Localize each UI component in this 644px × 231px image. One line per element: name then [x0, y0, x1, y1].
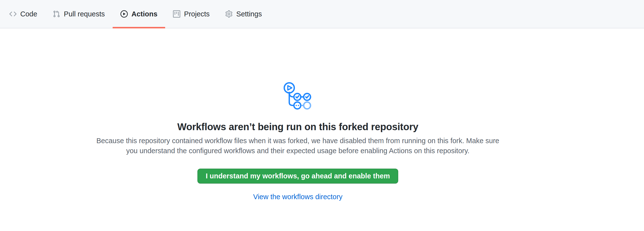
- tab-code-label: Code: [20, 11, 37, 18]
- actions-blankslate: Workflows aren’t being run on this forke…: [0, 28, 596, 201]
- tab-actions-label: Actions: [132, 11, 157, 18]
- repo-tab-bar: Code Pull requests Actions Projects Sett…: [0, 0, 644, 28]
- blankslate-title: Workflows aren’t being run on this forke…: [0, 121, 596, 132]
- tab-settings[interactable]: Settings: [218, 0, 270, 28]
- enable-workflows-button[interactable]: I understand my workflows, go ahead and …: [198, 169, 398, 183]
- tab-code[interactable]: Code: [2, 0, 45, 28]
- view-workflows-directory-link[interactable]: View the workflows directory: [253, 193, 342, 201]
- tab-actions[interactable]: Actions: [113, 0, 165, 28]
- play-icon: [120, 10, 128, 18]
- tab-pull-requests[interactable]: Pull requests: [45, 0, 113, 28]
- workflow-graph-icon: [284, 82, 312, 110]
- gear-icon: [225, 10, 232, 18]
- blankslate-description: Because this repository contained workfl…: [95, 136, 500, 156]
- code-icon: [9, 10, 16, 18]
- project-icon: [173, 10, 180, 18]
- tab-projects-label: Projects: [184, 11, 210, 18]
- tab-projects[interactable]: Projects: [165, 0, 218, 28]
- tab-settings-label: Settings: [236, 11, 262, 18]
- pull-request-icon: [53, 10, 60, 18]
- tab-pull-requests-label: Pull requests: [64, 11, 105, 18]
